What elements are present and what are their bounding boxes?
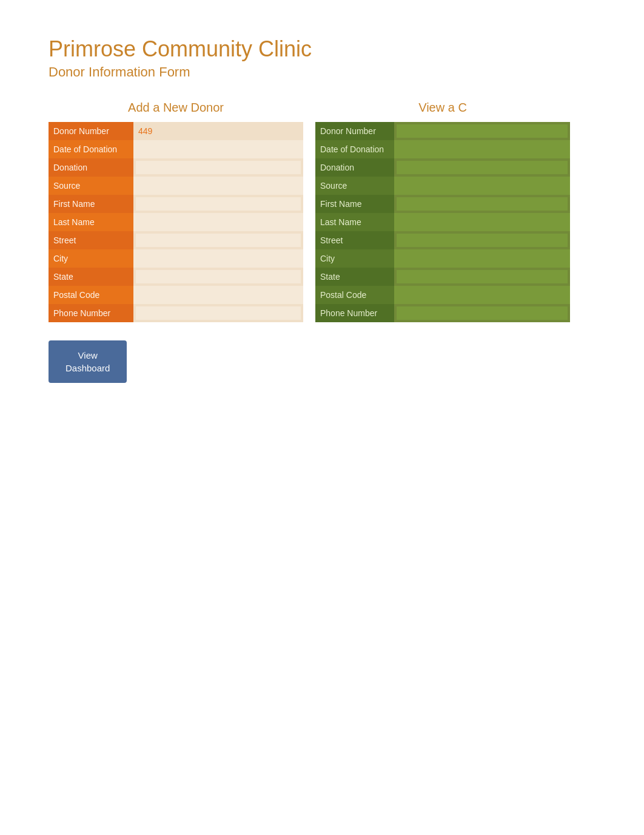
view-row: Street bbox=[315, 231, 570, 249]
add-row: Street bbox=[49, 231, 303, 249]
add-label-donor-number: Donor Number bbox=[49, 122, 133, 140]
view-row: City bbox=[315, 249, 570, 268]
view-panel-header: View a C bbox=[315, 98, 570, 117]
view-input-source[interactable] bbox=[397, 179, 568, 192]
add-label-street: Street bbox=[49, 231, 133, 249]
view-label-date-of-donation: Date of Donation bbox=[315, 140, 394, 158]
page-container: Primrose Community Clinic Donor Informat… bbox=[0, 0, 644, 419]
view-row: Last Name bbox=[315, 213, 570, 231]
button-row: ViewDashboard bbox=[49, 340, 595, 383]
add-row: City bbox=[49, 249, 303, 268]
view-row: Donor Number bbox=[315, 122, 570, 140]
add-input-state[interactable] bbox=[136, 270, 301, 283]
add-label-source: Source bbox=[49, 177, 133, 195]
view-row: Source bbox=[315, 177, 570, 195]
add-label-last-name: Last Name bbox=[49, 213, 133, 231]
add-input-postal-code[interactable] bbox=[136, 288, 301, 302]
view-input-donation[interactable] bbox=[397, 161, 568, 174]
donor-number-value: 449 bbox=[136, 126, 152, 136]
add-input-phone-number[interactable] bbox=[136, 306, 301, 320]
add-row: First Name bbox=[49, 195, 303, 213]
view-row: State bbox=[315, 268, 570, 286]
add-row: Source bbox=[49, 177, 303, 195]
clinic-title: Primrose Community Clinic bbox=[49, 36, 595, 62]
view-row: Date of Donation bbox=[315, 140, 570, 158]
view-label-last-name: Last Name bbox=[315, 213, 394, 231]
add-input-street[interactable] bbox=[136, 234, 301, 247]
view-input-donor-number[interactable] bbox=[397, 124, 568, 138]
view-input-state[interactable] bbox=[397, 270, 568, 283]
add-label-city: City bbox=[49, 249, 133, 268]
add-label-date-of-donation: Date of Donation bbox=[49, 140, 133, 158]
add-input-date-of-donation[interactable] bbox=[136, 143, 301, 156]
view-label-postal-code: Postal Code bbox=[315, 286, 394, 304]
view-input-postal-code[interactable] bbox=[397, 288, 568, 302]
add-input-last-name[interactable] bbox=[136, 215, 301, 229]
form-subtitle: Donor Information Form bbox=[49, 64, 595, 80]
view-row: Postal Code bbox=[315, 286, 570, 304]
add-row: Donation bbox=[49, 158, 303, 177]
view-input-street[interactable] bbox=[397, 234, 568, 247]
add-row: Donor Number449 bbox=[49, 122, 303, 140]
forms-row: Add a New Donor Donor Number449Date of D… bbox=[49, 98, 595, 322]
view-input-city[interactable] bbox=[397, 252, 568, 265]
view-label-donation: Donation bbox=[315, 158, 394, 177]
add-panel-header: Add a New Donor bbox=[49, 98, 303, 117]
view-row: Phone Number bbox=[315, 304, 570, 322]
add-label-donation: Donation bbox=[49, 158, 133, 177]
view-input-last-name[interactable] bbox=[397, 215, 568, 229]
add-row: Postal Code bbox=[49, 286, 303, 304]
add-row: Date of Donation bbox=[49, 140, 303, 158]
view-label-city: City bbox=[315, 249, 394, 268]
view-label-donor-number: Donor Number bbox=[315, 122, 394, 140]
view-input-date-of-donation[interactable] bbox=[397, 143, 568, 156]
view-input-phone-number[interactable] bbox=[397, 306, 568, 320]
view-row: First Name bbox=[315, 195, 570, 213]
add-row: State bbox=[49, 268, 303, 286]
add-row: Phone Number bbox=[49, 304, 303, 322]
add-donor-panel: Add a New Donor Donor Number449Date of D… bbox=[49, 98, 303, 322]
add-label-state: State bbox=[49, 268, 133, 286]
view-input-first-name[interactable] bbox=[397, 197, 568, 211]
add-input-source[interactable] bbox=[136, 179, 301, 192]
add-input-donation[interactable] bbox=[136, 161, 301, 174]
add-label-postal-code: Postal Code bbox=[49, 286, 133, 304]
view-label-first-name: First Name bbox=[315, 195, 394, 213]
view-donor-table: Donor NumberDate of DonationDonationSour… bbox=[315, 122, 570, 322]
view-donor-panel: View a C Donor NumberDate of DonationDon… bbox=[315, 98, 570, 322]
add-donor-table: Donor Number449Date of DonationDonationS… bbox=[49, 122, 303, 322]
add-label-first-name: First Name bbox=[49, 195, 133, 213]
view-label-source: Source bbox=[315, 177, 394, 195]
add-input-city[interactable] bbox=[136, 252, 301, 265]
add-input-first-name[interactable] bbox=[136, 197, 301, 211]
add-row: Last Name bbox=[49, 213, 303, 231]
add-label-phone-number: Phone Number bbox=[49, 304, 133, 322]
view-label-street: Street bbox=[315, 231, 394, 249]
dashboard-button[interactable]: ViewDashboard bbox=[49, 340, 127, 383]
view-row: Donation bbox=[315, 158, 570, 177]
view-label-phone-number: Phone Number bbox=[315, 304, 394, 322]
view-label-state: State bbox=[315, 268, 394, 286]
